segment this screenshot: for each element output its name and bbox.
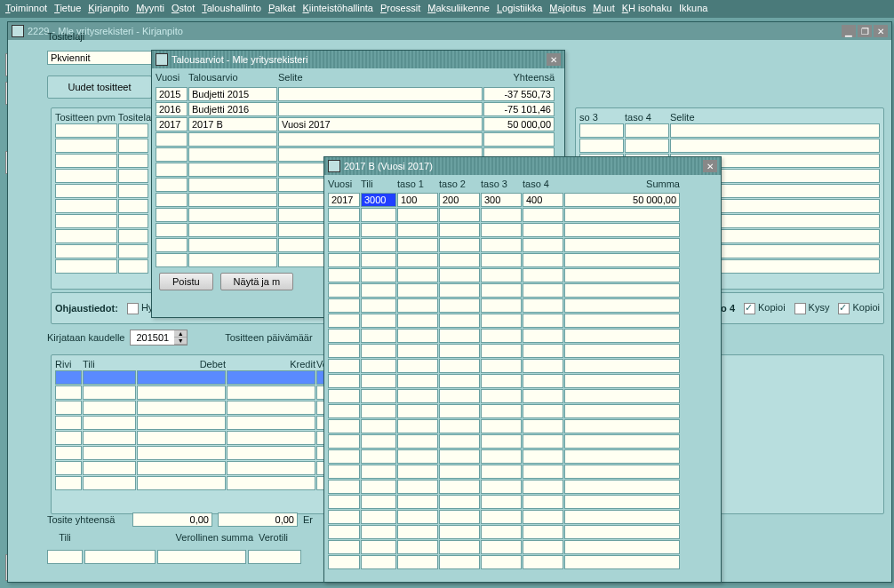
table-cell[interactable]: [83, 385, 136, 400]
table-cell[interactable]: [227, 431, 315, 445]
table-cell[interactable]: [439, 540, 480, 554]
menu-ostot[interactable]: Ostot: [172, 3, 195, 15]
table-cell[interactable]: [361, 268, 396, 282]
table-cell[interactable]: [439, 314, 480, 328]
table-cell[interactable]: [188, 238, 277, 252]
table-cell[interactable]: [481, 223, 522, 237]
cell-yht[interactable]: -75 101,46: [483, 102, 555, 116]
table-cell[interactable]: [523, 359, 563, 373]
cell-yht[interactable]: -37 550,73: [483, 87, 555, 101]
table-cell[interactable]: [137, 370, 226, 385]
table-cell[interactable]: [397, 253, 438, 267]
table-cell[interactable]: [227, 385, 315, 400]
table-cell[interactable]: [439, 404, 480, 418]
table-cell[interactable]: [439, 329, 480, 343]
table-cell[interactable]: [397, 359, 438, 373]
table-cell[interactable]: [156, 253, 188, 267]
menu-kh isohaku[interactable]: KH isohaku: [622, 3, 672, 15]
table-cell[interactable]: [118, 139, 148, 153]
table-cell[interactable]: [439, 344, 480, 358]
table-cell[interactable]: [188, 193, 277, 207]
table-cell[interactable]: [328, 253, 360, 267]
table-cell[interactable]: [55, 229, 117, 243]
table-cell[interactable]: [118, 199, 148, 213]
kopioi1-checkbox[interactable]: [744, 303, 755, 314]
table-cell[interactable]: [564, 268, 680, 282]
table-cell[interactable]: [397, 283, 438, 298]
table-cell[interactable]: [137, 401, 226, 415]
table-cell[interactable]: [156, 163, 188, 177]
table-cell[interactable]: [397, 449, 438, 464]
table-cell[interactable]: [523, 555, 563, 569]
table-cell[interactable]: [397, 525, 438, 539]
table-cell[interactable]: [55, 139, 117, 153]
table-cell[interactable]: [328, 389, 360, 403]
table-cell[interactable]: [188, 178, 277, 192]
table-cell[interactable]: [118, 123, 148, 138]
table-cell[interactable]: [55, 431, 82, 445]
table-cell[interactable]: [328, 238, 360, 252]
table-cell[interactable]: [361, 374, 396, 388]
table-cell[interactable]: [483, 132, 555, 147]
table-cell[interactable]: [361, 283, 396, 298]
table-cell[interactable]: [481, 268, 522, 282]
menu-muut[interactable]: Muut: [593, 3, 614, 15]
table-cell[interactable]: [118, 229, 148, 243]
table-cell[interactable]: [523, 208, 563, 222]
table-cell[interactable]: [83, 431, 136, 445]
cell-selite[interactable]: Vuosi 2017: [278, 117, 483, 131]
table-cell[interactable]: [328, 268, 360, 282]
table-cell[interactable]: [523, 510, 563, 524]
table-cell[interactable]: [523, 434, 563, 449]
table-cell[interactable]: [361, 555, 396, 569]
table-cell[interactable]: [523, 344, 563, 358]
kaudelle-spinner[interactable]: 201501 ▲▼: [130, 330, 188, 346]
table-cell[interactable]: [481, 344, 522, 358]
table-cell[interactable]: [83, 416, 136, 430]
table-cell[interactable]: [361, 314, 396, 328]
table-cell[interactable]: [564, 223, 680, 237]
table-cell[interactable]: [83, 461, 136, 475]
table-cell[interactable]: [83, 370, 136, 385]
table-cell[interactable]: [481, 253, 522, 267]
table-cell[interactable]: [481, 525, 522, 539]
table-cell[interactable]: [439, 434, 480, 449]
det-t3[interactable]: 300: [481, 193, 522, 207]
table-cell[interactable]: [523, 495, 563, 509]
table-cell[interactable]: [397, 480, 438, 494]
table-cell[interactable]: [361, 253, 396, 267]
cell-vuosi[interactable]: 2015: [156, 87, 188, 101]
table-cell[interactable]: [55, 184, 117, 198]
table-cell[interactable]: [328, 510, 360, 524]
det-summa[interactable]: 50 000,00: [564, 193, 680, 207]
cell-selite[interactable]: [278, 102, 483, 116]
table-cell[interactable]: [397, 374, 438, 388]
table-cell[interactable]: [439, 389, 480, 403]
table-cell[interactable]: [523, 449, 563, 464]
table-cell[interactable]: [83, 401, 136, 415]
table-cell[interactable]: [361, 344, 396, 358]
table-cell[interactable]: [361, 495, 396, 509]
table-cell[interactable]: [188, 147, 277, 162]
table-cell[interactable]: [361, 525, 396, 539]
det-vuosi[interactable]: 2017: [328, 193, 360, 207]
table-cell[interactable]: [439, 495, 480, 509]
table-cell[interactable]: [156, 178, 188, 192]
table-cell[interactable]: [564, 298, 680, 313]
table-cell[interactable]: [439, 283, 480, 298]
table-cell[interactable]: [439, 268, 480, 282]
table-cell[interactable]: [439, 238, 480, 252]
table-cell[interactable]: [361, 510, 396, 524]
table-cell[interactable]: [55, 169, 117, 183]
table-cell[interactable]: [328, 555, 360, 569]
table-cell[interactable]: [579, 123, 624, 138]
table-cell[interactable]: [137, 416, 226, 430]
table-cell[interactable]: [481, 434, 522, 449]
table-cell[interactable]: [439, 419, 480, 433]
table-cell[interactable]: [564, 434, 680, 449]
table-cell[interactable]: [361, 223, 396, 237]
table-cell[interactable]: [564, 419, 680, 433]
table-cell[interactable]: [361, 298, 396, 313]
table-cell[interactable]: [55, 385, 82, 400]
table-cell[interactable]: [361, 434, 396, 449]
